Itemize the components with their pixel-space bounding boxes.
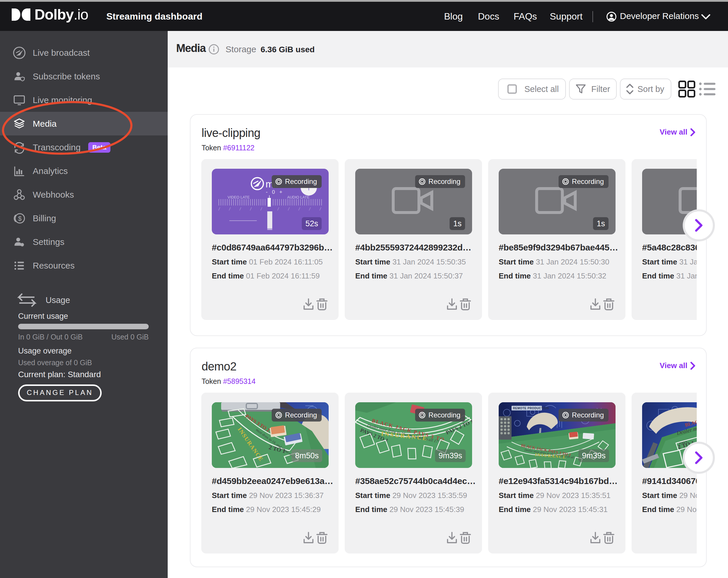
- svg-text:$: $: [18, 215, 22, 222]
- svg-text:REMOTE PRODUCTION: REMOTE PRODUCTION: [513, 407, 549, 410]
- svg-text:- 0 +: - 0 +: [266, 189, 283, 195]
- svg-text:AUDIO LATE: AUDIO LATE: [287, 195, 310, 199]
- svg-text:VIDEO LATE: VIDEO LATE: [228, 195, 250, 199]
